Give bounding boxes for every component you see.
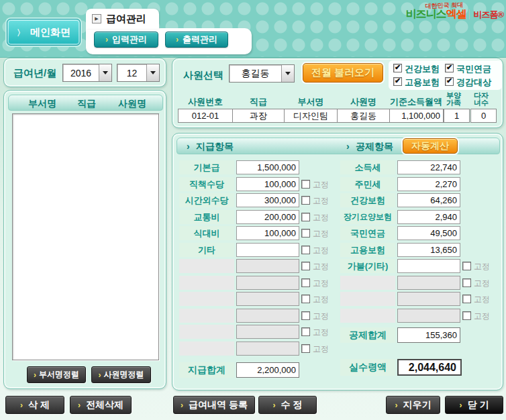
output-management-label: 출력관리 (183, 34, 217, 46)
pay-items-header: 지급항목 공제항목 자동계산 (176, 138, 500, 154)
fixed-checkbox[interactable] (462, 311, 471, 320)
register-payroll-label: 급여내역 등록 (189, 399, 248, 411)
deduction-section-title: 공제항목 (356, 141, 393, 153)
deduction-row-label: 소득세 (340, 160, 395, 174)
load-prev-label: 전월 불러오기 (311, 66, 374, 79)
chevron-icon (460, 401, 462, 409)
chevron-icon (176, 36, 179, 44)
output-management-button[interactable]: 출력관리 (165, 32, 228, 48)
pay-items-panel: 지급항목 공제항목 자동계산 기본급 1,500,000 직책수당 100,00… (172, 133, 503, 390)
deduction-row-value[interactable] (397, 259, 460, 273)
net-pay-label: 실수령액 (340, 359, 395, 376)
load-previous-month-button[interactable]: 전월 불러오기 (303, 63, 383, 83)
month-value: 12 (117, 64, 146, 81)
close-label: 닫 기 (468, 399, 489, 411)
input-management-button[interactable]: 입력관리 (94, 32, 158, 48)
deduction-total-label: 공제합계 (340, 327, 395, 343)
health-insurance-label: 건강보험 (405, 63, 440, 75)
sort-by-name-button[interactable]: 사원명정렬 (91, 366, 151, 383)
fixed-checkbox[interactable] (462, 295, 471, 303)
chevron-icon (78, 401, 81, 409)
reduction-target-checkbox[interactable] (445, 77, 454, 86)
employee-info-panel: 사원선택 홍길동 전월 불러오기 건강보험 국민연금 고용보험 경감대상 사원번… (172, 58, 503, 128)
edit-button[interactable]: 수 정 (258, 396, 317, 414)
fixed-checkbox[interactable] (462, 262, 471, 270)
delete-label: 삭 제 (28, 399, 50, 411)
national-pension-label: 국민연금 (456, 63, 491, 75)
chevron-icon (105, 36, 108, 44)
input-management-label: 입력관리 (112, 34, 147, 46)
cell-name: 홍길동 (337, 109, 390, 123)
brand-bizform: 비즈폼® (473, 9, 503, 21)
deduction-row-value[interactable]: 2,270 (397, 177, 460, 191)
tab-salary-management[interactable]: 급여관리 (86, 9, 159, 29)
deduction-row-value[interactable]: 13,650 (397, 243, 460, 257)
national-pension-checkbox[interactable] (445, 64, 454, 72)
year-select[interactable]: 2016 (62, 64, 112, 82)
fixed-label: 고정 (474, 294, 490, 305)
net-pay-value: 2,044,640 (397, 359, 462, 376)
tab-label: 급여관리 (106, 13, 146, 25)
payment-row-label-empty (179, 342, 234, 356)
main-screen-button[interactable]: 메인화면 (7, 19, 81, 46)
auto-calculate-button[interactable]: 자동계산 (403, 138, 458, 154)
chevron-icon (99, 371, 101, 379)
employee-list-header: 부서명 직급 사원명 (8, 95, 163, 111)
dropdown-arrow-icon[interactable] (146, 64, 159, 81)
deduction-row-label: 국민연금 (340, 226, 395, 240)
deduction-row-label: 고용보험 (340, 243, 395, 257)
deduction-row-label: 주민세 (340, 177, 395, 191)
col-position: 직급 (70, 98, 103, 110)
clear-button[interactable]: 지우기 (386, 396, 440, 414)
deduction-row-label: 건강보험 (340, 193, 395, 207)
deduction-row-value[interactable]: 2,940 (397, 210, 460, 224)
month-select[interactable]: 12 (117, 64, 160, 82)
employee-list-panel: 부서명 직급 사원명 부서명정렬 사원명정렬 (3, 90, 166, 389)
th-dependents: 부양가족 (444, 92, 464, 107)
fixed-label: 고정 (313, 344, 329, 355)
health-insurance-checkbox[interactable] (393, 64, 402, 72)
employee-listbox[interactable] (12, 113, 159, 360)
employee-select[interactable]: 홍길동 (229, 64, 295, 83)
close-button[interactable]: 닫 기 (445, 396, 503, 414)
fixed-checkbox[interactable] (301, 344, 310, 353)
sort-by-department-button[interactable]: 부서명정렬 (27, 366, 86, 383)
year-value: 2016 (63, 64, 99, 81)
clear-label: 지우기 (403, 399, 432, 411)
th-children: 다자녀수 (471, 92, 491, 107)
brand-bizexcel-orange: 엑셀 (446, 8, 466, 19)
delete-all-button[interactable]: 전체삭제 (70, 396, 132, 414)
th-position: 직급 (232, 96, 285, 108)
cell-children: 0 (470, 109, 497, 123)
chevron-icon (20, 401, 23, 409)
deduction-row-value[interactable]: 49,500 (397, 226, 460, 240)
deduction-total-value: 155,360 (397, 327, 460, 343)
th-department: 부서명 (284, 96, 338, 108)
deduction-row-label: 장기요양보험 (340, 210, 395, 224)
insurance-checkbox-group: 건강보험 국민연금 고용보험 경감대상 (389, 60, 502, 90)
sort-dept-label: 부서명정렬 (39, 369, 79, 380)
employment-insurance-checkbox[interactable] (393, 77, 402, 86)
deduction-row-value[interactable]: 22,740 (397, 160, 460, 174)
delete-button[interactable]: 삭 제 (5, 396, 64, 414)
chevron-icon (181, 401, 183, 409)
register-payroll-button[interactable]: 급여내역 등록 (173, 396, 255, 414)
th-employee-no: 사원번호 (178, 96, 233, 108)
cell-dependents: 1 (444, 109, 470, 123)
delete-all-label: 전체삭제 (86, 399, 123, 411)
deduction-row-value-disabled (397, 276, 460, 290)
fixed-checkbox[interactable] (462, 278, 471, 287)
cell-employee-no: 012-01 (178, 109, 233, 123)
chevron-icon (34, 371, 36, 379)
edit-label: 수 정 (281, 399, 303, 411)
dropdown-arrow-icon[interactable] (99, 64, 111, 81)
cell-standard-income: 1,100,000 (389, 109, 444, 123)
deduction-row-label-empty (340, 292, 395, 306)
brand-bizexcel-green: 비즈니스 (405, 8, 446, 19)
th-standard-income: 기준소득월액 (388, 96, 444, 108)
deduction-row-value[interactable]: 64,260 (397, 193, 460, 207)
reduction-target-label: 경감대상 (456, 76, 491, 89)
deduction-row-label-empty (340, 309, 395, 323)
dropdown-arrow-icon[interactable] (281, 65, 294, 82)
brand-logo: 비즈니스엑셀 비즈폼® (400, 7, 503, 21)
